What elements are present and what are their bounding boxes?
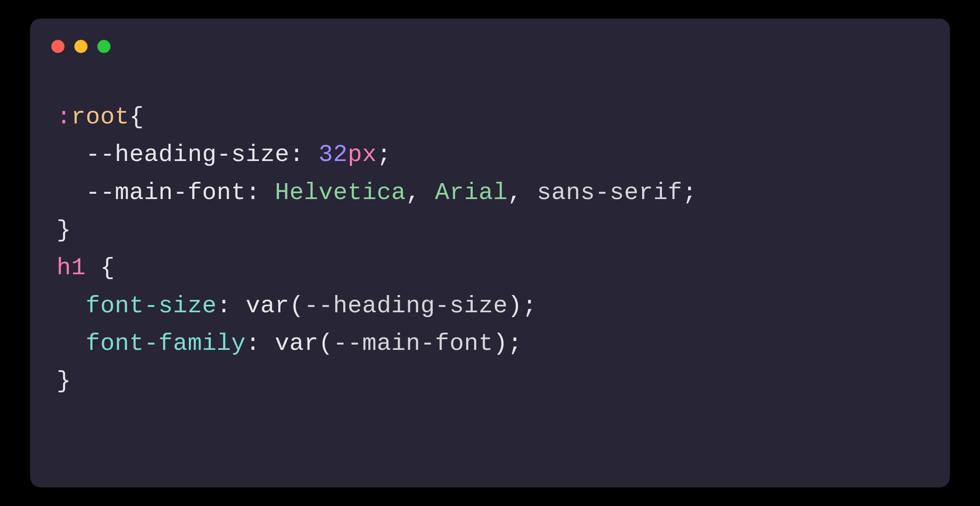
code-line-1: :root{ xyxy=(57,104,144,130)
space xyxy=(260,179,275,206)
code-line-5: h1 { xyxy=(57,254,115,281)
font-value: Arial xyxy=(435,179,508,206)
paren-close: ) xyxy=(508,292,522,319)
selector-h1: h1 xyxy=(57,254,86,281)
space xyxy=(86,254,100,281)
colon: : xyxy=(217,292,231,319)
code-line-2: --heading-size: 32px; xyxy=(57,141,391,168)
code-window: :root{ --heading-size: 32px; --main-font… xyxy=(30,19,950,487)
brace-open: { xyxy=(100,254,115,281)
unit-px: px xyxy=(348,141,377,168)
space xyxy=(260,330,275,357)
colon: : xyxy=(246,179,260,206)
pseudo-root: root xyxy=(71,104,130,130)
indent xyxy=(57,141,86,168)
space xyxy=(231,292,246,319)
comma: , xyxy=(406,179,421,206)
css-func-var: var xyxy=(246,292,290,319)
font-value: Helvetica xyxy=(275,179,406,206)
colon: : xyxy=(246,330,260,357)
indent xyxy=(57,292,86,319)
code-line-4: } xyxy=(57,217,71,244)
comma: , xyxy=(508,179,522,206)
semicolon: ; xyxy=(522,292,537,319)
paren-open: ( xyxy=(290,292,304,319)
pseudo-colon: : xyxy=(57,104,71,130)
code-line-6: font-size: var(--heading-size); xyxy=(57,292,537,319)
code-block: :root{ --heading-size: 32px; --main-font… xyxy=(57,98,923,400)
indent xyxy=(57,330,86,357)
code-line-7: font-family: var(--main-font); xyxy=(57,330,522,357)
css-property: font-family xyxy=(86,330,246,357)
number-literal: 32 xyxy=(318,141,348,168)
font-generic: sans-serif xyxy=(537,179,682,206)
paren-open: ( xyxy=(318,330,333,357)
brace-close: } xyxy=(57,217,71,244)
css-var-ref: --heading-size xyxy=(304,292,508,319)
css-var-ref: --main-font xyxy=(333,330,493,357)
semicolon: ; xyxy=(377,141,391,168)
brace-open: { xyxy=(130,104,144,130)
code-line-3: --main-font: Helvetica, Arial, sans-seri… xyxy=(57,179,697,206)
space xyxy=(421,179,435,206)
css-var-name: --heading-size xyxy=(86,141,290,168)
close-icon[interactable] xyxy=(51,40,65,53)
space xyxy=(304,141,318,168)
css-property: font-size xyxy=(86,292,217,319)
indent xyxy=(57,179,86,206)
minimize-icon[interactable] xyxy=(74,40,88,53)
paren-close: ) xyxy=(493,330,508,357)
brace-close: } xyxy=(57,368,71,395)
space xyxy=(522,179,537,206)
colon: : xyxy=(290,141,304,168)
code-line-8: } xyxy=(57,368,71,395)
semicolon: ; xyxy=(682,179,697,206)
css-func-var: var xyxy=(275,330,319,357)
zoom-icon[interactable] xyxy=(97,40,111,53)
window-titlebar xyxy=(51,40,111,53)
semicolon: ; xyxy=(508,330,522,357)
css-var-name: --main-font xyxy=(86,179,246,206)
